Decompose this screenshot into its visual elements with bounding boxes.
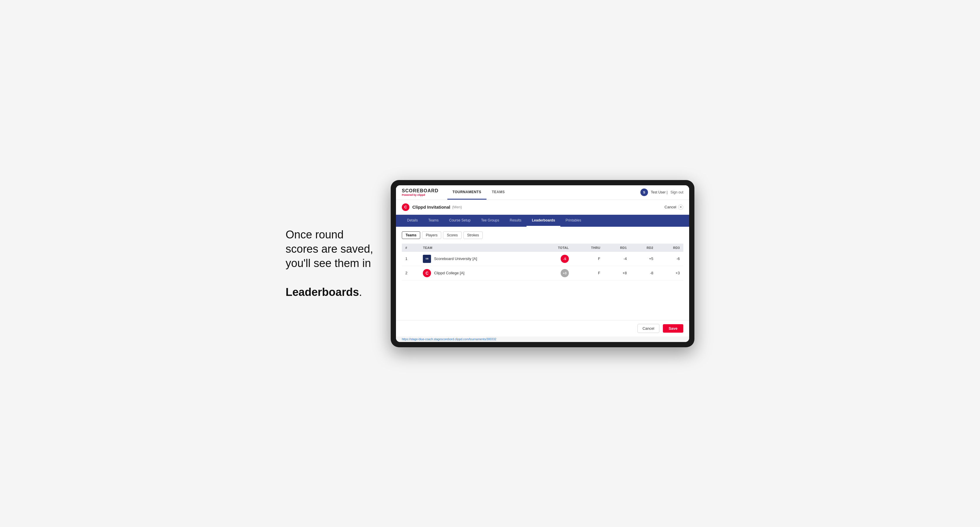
score-badge: -5 [561,255,569,263]
main-nav: TOURNAMENTS TEAMS [447,185,510,200]
tournament-header: C Clippd Invitational (Men) Cancel ✕ [396,200,689,215]
sidebar-line1: Once round scores are saved, you'll see … [286,229,373,270]
filter-scores-btn[interactable]: Scores [443,232,461,239]
rd2-cell: +5 [630,252,657,266]
col-total: TOTAL [538,244,572,252]
content-area: Teams Players Scores Strokes # TEAM TOTA… [396,227,689,285]
nav-tournaments[interactable]: TOURNAMENTS [447,185,487,200]
table-row: 1 SB Scoreboard University [A] [402,252,683,266]
logo-subtitle: Powered by clippd [402,194,439,196]
rd1-cell: +8 [604,266,630,280]
footer: Cancel Save [396,320,689,337]
tablet-device: SCOREBOARD Powered by clippd TOURNAMENTS… [391,180,694,347]
footer-cancel-button[interactable]: Cancel [638,324,659,333]
tournament-gender: (Men) [452,205,462,209]
cancel-label: Cancel [665,205,676,209]
tablet-screen: SCOREBOARD Powered by clippd TOURNAMENTS… [396,185,689,342]
table-header-row: # TEAM TOTAL THRU RD1 RD2 RD3 [402,244,683,252]
col-team: TEAM [419,244,538,252]
tab-leaderboards[interactable]: Leaderboards [527,215,560,227]
rank-cell: 2 [402,266,419,280]
filter-button-group: Teams Players Scores Strokes [402,232,683,239]
tournament-name: Clippd Invitational [412,205,450,210]
tab-details[interactable]: Details [402,215,423,227]
logo-area: SCOREBOARD Powered by clippd [402,188,439,196]
table-row: 2 C Clippd College [A] +3 [402,266,683,280]
tab-course-setup[interactable]: Course Setup [444,215,476,227]
sidebar-period: . [359,286,362,298]
nav-teams[interactable]: TEAMS [487,185,510,200]
logo-title: SCOREBOARD [402,188,439,194]
rd3-cell: +3 [657,266,683,280]
status-bar: https://stage-blue-coach.stagescorebord.… [396,337,689,342]
user-name: Test User | [651,190,668,194]
sidebar-line2: Leaderboards [286,286,359,298]
filter-players-btn[interactable]: Players [422,232,441,239]
filter-strokes-btn[interactable]: Strokes [463,232,483,239]
rank-cell: 1 [402,252,419,266]
col-rd1: RD1 [604,244,630,252]
filter-teams-btn[interactable]: Teams [402,232,420,239]
sign-out-link[interactable]: Sign out [670,190,683,194]
rd3-cell: -6 [657,252,683,266]
app-header: SCOREBOARD Powered by clippd TOURNAMENTS… [396,185,689,200]
score-badge: +3 [561,269,569,277]
leaderboard-table: # TEAM TOTAL THRU RD1 RD2 RD3 1 [402,244,683,281]
tab-printables[interactable]: Printables [560,215,586,227]
thru-cell: F [572,266,604,280]
rd1-cell: -4 [604,252,630,266]
sidebar-text: Once round scores are saved, you'll see … [286,228,373,300]
logo-brand: clippd [417,194,425,196]
user-avatar: S [640,189,648,196]
team-logo-scoreboard: SB [423,255,431,263]
close-icon[interactable]: ✕ [678,205,683,210]
footer-save-button[interactable]: Save [663,324,683,333]
team-logo-clippd: C [423,269,431,277]
total-cell: -5 [538,252,572,266]
tournament-logo: C [402,203,409,211]
status-url: https://stage-blue-coach.stagescorebord.… [402,338,496,341]
total-cell: +3 [538,266,572,280]
col-rd3: RD3 [657,244,683,252]
header-right: S Test User | Sign out [640,189,683,196]
team-name: Clippd College [A] [434,271,464,275]
rd2-cell: -8 [630,266,657,280]
tab-tee-groups[interactable]: Tee Groups [476,215,504,227]
col-thru: THRU [572,244,604,252]
team-cell: SB Scoreboard University [A] [419,252,538,266]
team-name: Scoreboard University [A] [434,257,477,261]
team-cell: C Clippd College [A] [419,266,538,280]
tournament-cancel-btn[interactable]: Cancel ✕ [665,205,683,210]
tab-teams[interactable]: Teams [423,215,444,227]
col-rd2: RD2 [630,244,657,252]
page-wrapper: Once round scores are saved, you'll see … [286,180,694,347]
thru-cell: F [572,252,604,266]
tab-navigation: Details Teams Course Setup Tee Groups Re… [396,215,689,227]
tab-results[interactable]: Results [504,215,527,227]
col-rank: # [402,244,419,252]
